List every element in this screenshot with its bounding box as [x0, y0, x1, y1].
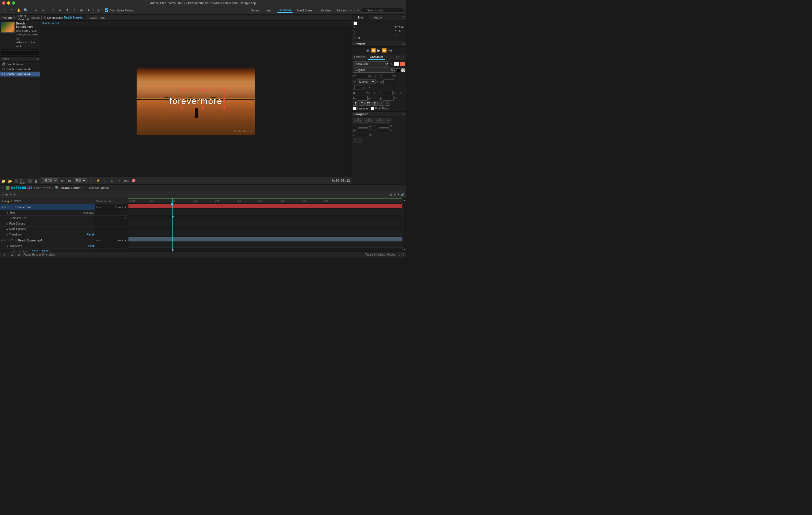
- minimize-button[interactable]: [7, 1, 10, 5]
- list-item[interactable]: 🎞 Beach Sunset.mp4: [0, 67, 40, 71]
- tl-expand-btn[interactable]: ▲: [403, 199, 406, 202]
- baseline-input[interactable]: 0: [357, 96, 368, 101]
- layer1-expand[interactable]: ▼: [7, 206, 9, 208]
- tl-btn-timeline[interactable]: ⏱: [401, 253, 404, 256]
- search-input[interactable]: [361, 8, 404, 13]
- render-queue-btn[interactable]: Render Queue: [89, 186, 109, 190]
- more-opts-arrow[interactable]: [6, 228, 8, 231]
- text-expand-arrow[interactable]: [6, 211, 9, 214]
- project-search-input[interactable]: [1, 51, 39, 55]
- fmt-italic-btn[interactable]: T: [359, 102, 365, 106]
- justify-left-btn[interactable]: ≡: [369, 118, 374, 122]
- list-item-selected[interactable]: 🎞 Beach Sunset.mp4: [0, 71, 40, 77]
- fmt-all-caps-btn[interactable]: TT: [366, 102, 372, 106]
- para-btn-1[interactable]: →: [353, 139, 357, 143]
- paragraph-menu[interactable]: ≡: [403, 112, 404, 115]
- layer1-fx[interactable]: fx: [96, 206, 98, 208]
- indent-px-input[interactable]: [354, 85, 362, 90]
- track-bar-2[interactable]: [128, 237, 402, 241]
- comp-close-icon[interactable]: ✕: [2, 186, 4, 190]
- puppet-tool[interactable]: ✦: [85, 7, 91, 13]
- workspace-smallscreen[interactable]: Small Screen: [294, 8, 316, 12]
- indent-left-field[interactable]: 0: [358, 123, 368, 128]
- indent-right-field[interactable]: 0: [358, 128, 368, 132]
- redo-tool[interactable]: ↪: [40, 7, 46, 13]
- workspace-default[interactable]: Default: [249, 8, 262, 12]
- tl-ctrl-right-1[interactable]: ▦: [389, 193, 392, 196]
- auto-open-checkbox[interactable]: [105, 8, 108, 12]
- kerning-select[interactable]: Metrics: [357, 79, 376, 84]
- tracking-input[interactable]: 25: [383, 80, 394, 84]
- delete-btn[interactable]: 🗑: [34, 178, 39, 184]
- font-color-swatch[interactable]: [394, 62, 399, 66]
- workspace-learn[interactable]: Learn: [264, 8, 275, 12]
- tab-audio[interactable]: Audio: [369, 15, 387, 20]
- list-view-btn[interactable]: ≡: [37, 57, 38, 60]
- track-bar-1[interactable]: [128, 204, 402, 208]
- font-style-select[interactable]: Regular: [353, 67, 395, 73]
- workspace-review[interactable]: Review: [335, 8, 348, 12]
- region-interest-btn[interactable]: ⊙: [109, 178, 115, 183]
- justify-all-btn[interactable]: ≡: [385, 118, 390, 122]
- space-after-field[interactable]: 0: [379, 128, 389, 132]
- font-family-select[interactable]: Nexa Light: [353, 61, 389, 66]
- new-comp-btn[interactable]: 📁: [1, 178, 6, 184]
- tl-ctrl-3[interactable]: ⊕: [9, 193, 12, 196]
- handle-bl[interactable]: [181, 107, 183, 109]
- panel-overflow-btn[interactable]: >>: [394, 54, 401, 60]
- layer2-motion-blur[interactable]: ∿: [99, 239, 101, 242]
- zoom-tool[interactable]: 🔍: [23, 7, 29, 13]
- tl-collapse-btn[interactable]: ▼: [403, 248, 406, 251]
- tl-ctrl-right-2[interactable]: ⊞: [394, 193, 396, 196]
- playhead-handle[interactable]: [171, 203, 173, 205]
- more-workspaces-btn[interactable]: »: [350, 9, 352, 12]
- panel-expand-btn[interactable]: ≡: [13, 16, 15, 19]
- tl-ctrl-1[interactable]: ⊙: [2, 193, 4, 196]
- para-btn-2[interactable]: |: [358, 139, 362, 143]
- handle-tl[interactable]: [181, 89, 183, 91]
- indent-top-field[interactable]: 0: [358, 133, 368, 137]
- overlay-btn[interactable]: 🎯: [131, 178, 137, 183]
- transform1-arrow[interactable]: [6, 233, 8, 236]
- layer2-parent-select[interactable]: None ▼: [118, 239, 126, 242]
- select-tool[interactable]: ↖: [9, 7, 15, 13]
- quality-select[interactable]: Full: [74, 178, 87, 183]
- info-panel-menu[interactable]: >>: [401, 15, 406, 20]
- tl-menu-btn[interactable]: ≡: [83, 186, 84, 189]
- timeline-timecode[interactable]: 0;00;08;12: [11, 185, 32, 190]
- hscale-dropdown[interactable]: ▼: [373, 92, 376, 94]
- undo-tool[interactable]: ↩: [33, 7, 39, 13]
- layer2-eye[interactable]: 👁: [1, 239, 3, 242]
- align-center-btn[interactable]: ≡: [358, 118, 363, 122]
- tl-search-btn[interactable]: 🔍: [55, 186, 59, 190]
- transform2-arrow[interactable]: [6, 245, 9, 248]
- align-right-btn[interactable]: ≡: [364, 118, 369, 122]
- text-tool[interactable]: T: [64, 7, 70, 13]
- layer2-fx[interactable]: fx: [96, 239, 98, 242]
- handle-tm[interactable]: [202, 89, 204, 91]
- kerning-dropdown-btn[interactable]: ▼: [376, 81, 378, 83]
- tab-menu-icon[interactable]: ≡: [83, 16, 84, 19]
- tab-libraries[interactable]: Libraries: [352, 54, 368, 60]
- resolution-menu-btn[interactable]: ▽: [88, 178, 94, 183]
- step-back-btn[interactable]: ⏪: [371, 48, 376, 53]
- handle-lm[interactable]: [181, 98, 183, 99]
- tl-ctrl-4[interactable]: ⊞: [13, 193, 16, 196]
- stamp-tool[interactable]: ⊙: [78, 7, 84, 13]
- add-btn[interactable]: +: [395, 33, 397, 37]
- font-size-input[interactable]: 219: [357, 74, 368, 78]
- rect-tool[interactable]: □: [50, 7, 56, 13]
- path-opts-arrow[interactable]: [6, 222, 8, 225]
- vscale-dropdown[interactable]: ▼: [399, 92, 402, 94]
- black-swatch[interactable]: [396, 68, 400, 72]
- justify-right-btn[interactable]: ≡: [380, 118, 385, 122]
- edit-font-btn[interactable]: ✎: [390, 62, 393, 66]
- tsume-input[interactable]: 0: [383, 96, 394, 101]
- maximize-button[interactable]: [12, 1, 15, 5]
- handle-bm[interactable]: [202, 107, 204, 109]
- tl-ctrl-right-3[interactable]: ✱: [397, 193, 400, 196]
- layer-btn-3[interactable]: ⊕: [16, 252, 22, 258]
- play-btn[interactable]: ▶: [377, 48, 380, 53]
- handle-rm[interactable]: [224, 98, 225, 99]
- size-dropdown-btn[interactable]: ▼: [374, 75, 377, 78]
